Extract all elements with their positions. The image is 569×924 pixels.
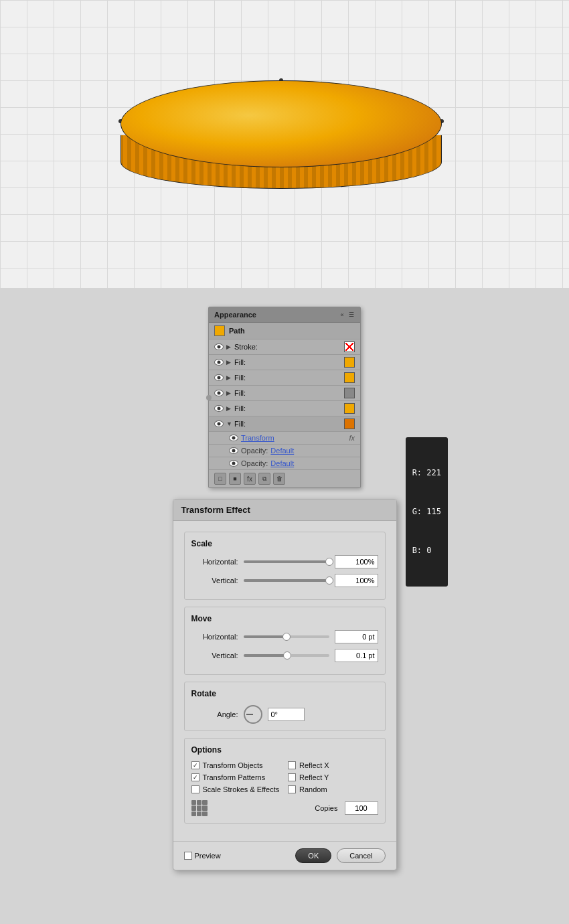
scale-v-fill (244, 579, 329, 582)
options-title: Options (191, 745, 378, 755)
fx-btn[interactable]: fx (244, 473, 256, 485)
fill-row-1[interactable]: ▶ Fill: (209, 355, 360, 370)
grid-cell-4 (191, 805, 196, 810)
expand-icon-4: ▶ (226, 390, 233, 396)
dialog-footer: Preview OK Cancel (173, 841, 396, 870)
visibility-icon-2[interactable] (214, 359, 224, 366)
ok-button[interactable]: OK (295, 848, 331, 863)
grid-cell-2 (197, 800, 201, 805)
scale-strokes-checkbox[interactable] (191, 785, 199, 793)
opacity-value-2[interactable]: Default (270, 459, 294, 467)
visibility-icon-3[interactable] (214, 374, 224, 381)
scale-horizontal-row: Horizontal: (191, 555, 378, 568)
stroke-label: Stroke: (234, 343, 341, 351)
header-controls: « ☰ (339, 311, 355, 318)
scale-v-track[interactable] (244, 579, 329, 582)
coin-object[interactable] (120, 80, 442, 201)
scale-h-input[interactable] (335, 555, 378, 568)
grid-cell-8 (197, 812, 201, 816)
opacity-visibility-2[interactable] (229, 460, 238, 467)
transform-label[interactable]: Transform (241, 434, 349, 442)
move-h-thumb[interactable] (282, 633, 291, 641)
transform-patterns-checkbox[interactable] (191, 773, 199, 781)
opacity-label-2: Opacity: (241, 459, 268, 467)
visibility-icon-5[interactable] (214, 405, 224, 412)
new-art-btn[interactable]: □ (214, 473, 226, 485)
appearance-panel: Appearance « ☰ Path ▶ Stroke: (208, 307, 361, 488)
opacity-visibility-1[interactable] (229, 447, 238, 454)
scale-h-track[interactable] (244, 560, 329, 563)
grid-cell-5 (197, 805, 201, 810)
stroke-swatch (344, 341, 355, 352)
copies-label: Copies (315, 804, 337, 812)
fill-swatch-5 (344, 418, 355, 429)
collapse-btn[interactable]: « (339, 311, 345, 318)
fill-label-1: Fill: (234, 358, 341, 366)
scale-h-label: Horizontal: (191, 558, 238, 566)
reflect-x-checkbox[interactable] (288, 761, 296, 769)
dialog-title: Transform Effect (181, 505, 250, 515)
expand-icon: ▶ (226, 343, 233, 350)
angle-input[interactable] (268, 708, 305, 721)
grid-cell-1 (191, 800, 196, 805)
copies-input[interactable] (345, 801, 378, 815)
move-section: Move Horizontal: Vertical: (184, 607, 386, 675)
path-label: Path (229, 327, 245, 335)
fill-row-5-active[interactable]: ▼ Fill: (209, 416, 360, 432)
preview-checkbox[interactable] (184, 852, 192, 860)
duplicate-btn[interactable]: ⧉ (258, 473, 270, 485)
opacity-row-2: Opacity: Default (209, 457, 360, 470)
move-v-fill (244, 654, 287, 657)
rotate-dial[interactable] (244, 705, 262, 724)
cancel-button[interactable]: Cancel (337, 848, 385, 863)
move-horizontal-row: Horizontal: (191, 630, 378, 643)
fill-label-4: Fill: (234, 404, 341, 412)
delete-btn[interactable]: 🗑 (273, 473, 285, 485)
transform-patterns-option: Transform Patterns (191, 773, 282, 781)
fill-swatch-4 (344, 403, 355, 414)
stroke-row[interactable]: ▶ Stroke: (209, 339, 360, 355)
menu-btn[interactable]: ☰ (348, 311, 355, 318)
scale-v-input[interactable] (335, 574, 378, 587)
fill-row-2[interactable]: ▶ Fill: (209, 370, 360, 386)
move-v-input[interactable] (335, 649, 378, 662)
move-v-thumb[interactable] (283, 651, 291, 660)
transform-patterns-label: Transform Patterns (203, 773, 266, 781)
transform-row[interactable]: Transform fx (209, 432, 360, 445)
move-v-track[interactable] (244, 654, 329, 657)
fill-label-3: Fill: (234, 389, 341, 397)
transform-visibility[interactable] (229, 435, 238, 441)
random-option: Random (288, 785, 378, 793)
grid-cell-6 (202, 805, 207, 810)
random-checkbox[interactable] (288, 785, 296, 793)
opacity-value-1[interactable]: Default (270, 447, 294, 455)
fill-row-3[interactable]: ▶ Fill: (209, 386, 360, 401)
move-v-label: Vertical: (191, 651, 238, 660)
random-label: Random (299, 785, 327, 793)
visibility-icon-6[interactable] (214, 420, 224, 427)
visibility-icon[interactable] (214, 343, 224, 350)
reflect-y-checkbox[interactable] (288, 773, 296, 781)
appearance-panel-header: Appearance « ☰ (209, 307, 360, 323)
rotate-row: Angle: (191, 705, 378, 724)
move-vertical-row: Vertical: (191, 649, 378, 662)
tooltip-g: G: 115 (412, 506, 441, 518)
color-tooltip: R: 221 G: 115 B: 0 (406, 437, 448, 587)
copies-row: Copies (191, 800, 378, 816)
scale-v-label: Vertical: (191, 576, 238, 585)
scale-v-thumb[interactable] (325, 576, 333, 585)
fill-label-2: Fill: (234, 374, 341, 382)
move-h-track[interactable] (244, 635, 329, 638)
new-fill-btn[interactable]: ■ (229, 473, 241, 485)
appearance-title: Appearance (214, 311, 256, 319)
fill-row-4[interactable]: ▶ Fill: (209, 401, 360, 416)
scale-h-thumb[interactable] (325, 558, 333, 566)
visibility-icon-4[interactable] (214, 390, 224, 396)
transform-objects-checkbox[interactable] (191, 761, 199, 769)
move-h-input[interactable] (335, 630, 378, 643)
expand-icon-3: ▶ (226, 374, 233, 381)
scale-strokes-label: Scale Strokes & Effects (203, 785, 280, 793)
copies-grid-icon (191, 800, 208, 816)
rotate-title: Rotate (191, 689, 378, 698)
scale-section: Scale Horizontal: Vertical: (184, 532, 386, 600)
